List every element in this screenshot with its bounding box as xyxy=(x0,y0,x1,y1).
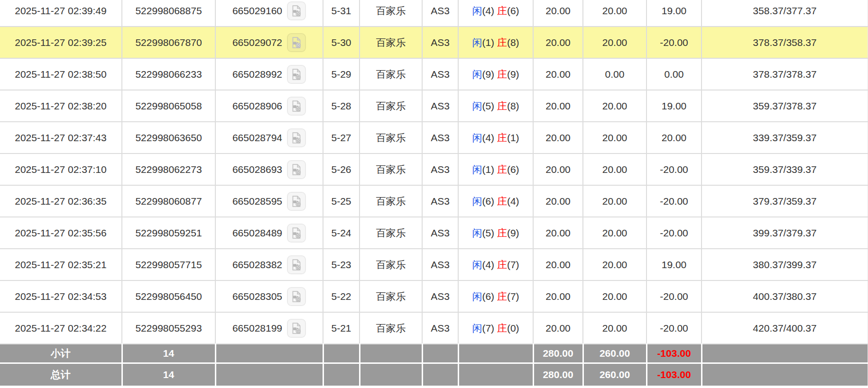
table-row[interactable]: 2025-11-27 02:36:35 522998060877 6650285… xyxy=(0,185,868,217)
win-loss-cell: 19.00 xyxy=(646,0,702,27)
summary-empty-cell xyxy=(360,344,422,363)
video-replay-button[interactable] xyxy=(287,33,306,52)
banker-label: 庄 xyxy=(497,132,507,143)
bet-amount-link[interactable]: 20.00 xyxy=(533,153,583,185)
round-id-cell: 665028693 xyxy=(215,153,323,185)
win-loss-cell: -20.00 xyxy=(646,27,702,58)
bet-id-cell: 522998065058 xyxy=(122,90,215,122)
game-name-cell: 百家乐 xyxy=(360,58,422,90)
total-win-loss: -103.00 xyxy=(646,363,702,386)
round-id-cell: 665028489 xyxy=(215,217,323,249)
shoe-round-cell: 5-31 xyxy=(323,0,360,27)
banker-score: (0) xyxy=(507,323,519,334)
table-row[interactable]: 2025-11-27 02:38:50 522998066233 6650289… xyxy=(0,58,868,90)
bet-amount-link[interactable]: 20.00 xyxy=(533,0,583,27)
valid-amount-cell: 20.00 xyxy=(583,90,646,122)
video-replay-button[interactable] xyxy=(287,1,306,20)
game-name-cell: 百家乐 xyxy=(360,27,422,58)
game-name-cell: 百家乐 xyxy=(360,153,422,185)
bet-amount-link[interactable]: 20.00 xyxy=(533,27,583,58)
summary-empty-cell xyxy=(215,363,323,386)
table-row[interactable]: 2025-11-27 02:38:20 522998065058 6650289… xyxy=(0,90,868,122)
player-score: (1) xyxy=(482,37,494,48)
total-row: 总计 14 280.00 260.00 -103.00 xyxy=(0,363,868,386)
video-replay-button[interactable] xyxy=(287,224,306,243)
shoe-round-cell: 5-25 xyxy=(323,185,360,217)
summary-empty-cell xyxy=(702,344,868,363)
table-row[interactable]: 2025-11-27 02:35:21 522998057715 6650283… xyxy=(0,249,868,280)
bet-records-panel: 2025-11-27 02:39:49 522998068875 6650291… xyxy=(0,0,868,388)
table-row[interactable]: 2025-11-27 02:39:25 522998067870 6650290… xyxy=(0,27,868,58)
result-cell: 闲(6) 庄(7) xyxy=(458,280,533,312)
bet-amount-link[interactable]: 20.00 xyxy=(533,217,583,249)
game-name-cell: 百家乐 xyxy=(360,185,422,217)
banker-label: 庄 xyxy=(497,100,507,111)
video-replay-button[interactable] xyxy=(287,319,306,338)
round-id: 665028992 xyxy=(232,69,282,80)
video-replay-icon xyxy=(290,68,303,81)
banker-label: 庄 xyxy=(497,291,507,302)
round-id: 665029160 xyxy=(232,5,282,17)
player-score: (6) xyxy=(482,196,494,207)
table-row[interactable]: 2025-11-27 02:37:43 522998063650 6650287… xyxy=(0,122,868,153)
round-id-cell: 665028305 xyxy=(215,280,323,312)
bet-amount-link[interactable]: 20.00 xyxy=(533,90,583,122)
bet-amount-link[interactable]: 20.00 xyxy=(533,58,583,90)
round-id-cell: 665028382 xyxy=(215,249,323,280)
table-row[interactable]: 2025-11-27 02:34:22 522998055293 6650281… xyxy=(0,312,868,344)
result-cell: 闲(5) 庄(8) xyxy=(458,90,533,122)
table-row[interactable]: 2025-11-27 02:35:56 522998059251 6650284… xyxy=(0,217,868,249)
valid-amount-cell: 20.00 xyxy=(583,249,646,280)
round-id: 665028794 xyxy=(232,132,282,144)
game-name-cell: 百家乐 xyxy=(360,280,422,312)
player-score: (4) xyxy=(482,5,494,16)
result-cell: 闲(4) 庄(7) xyxy=(458,249,533,280)
bet-id-cell: 522998056450 xyxy=(122,280,215,312)
bet-amount-link[interactable]: 20.00 xyxy=(533,312,583,344)
player-score: (5) xyxy=(482,227,494,238)
video-replay-button[interactable] xyxy=(287,160,306,179)
result-cell: 闲(5) 庄(9) xyxy=(458,217,533,249)
bet-amount-link[interactable]: 20.00 xyxy=(533,185,583,217)
bet-amount-link[interactable]: 20.00 xyxy=(533,249,583,280)
player-label: 闲 xyxy=(472,37,482,48)
game-name-cell: 百家乐 xyxy=(360,312,422,344)
bet-id-cell: 522998059251 xyxy=(122,217,215,249)
shoe-round-cell: 5-23 xyxy=(323,249,360,280)
win-loss-cell: 20.00 xyxy=(646,122,702,153)
bet-id-cell: 522998066233 xyxy=(122,58,215,90)
round-id: 665028199 xyxy=(232,323,282,334)
video-replay-button[interactable] xyxy=(287,287,306,306)
table-row[interactable]: 2025-11-27 02:34:53 522998056450 6650283… xyxy=(0,280,868,312)
video-replay-button[interactable] xyxy=(287,255,306,274)
player-label: 闲 xyxy=(472,323,482,334)
table-code-cell: AS3 xyxy=(422,0,458,27)
banker-score: (1) xyxy=(507,132,519,143)
shoe-round-cell: 5-24 xyxy=(323,217,360,249)
video-replay-button[interactable] xyxy=(287,97,306,116)
banker-label: 庄 xyxy=(497,164,507,175)
bet-amount-link[interactable]: 20.00 xyxy=(533,122,583,153)
video-replay-button[interactable] xyxy=(287,192,306,211)
bet-time-cell: 2025-11-27 02:37:43 xyxy=(0,122,122,153)
video-replay-icon xyxy=(290,163,303,176)
bet-time-cell: 2025-11-27 02:38:50 xyxy=(0,58,122,90)
table-code-cell: AS3 xyxy=(422,217,458,249)
banker-label: 庄 xyxy=(497,196,507,207)
video-replay-button[interactable] xyxy=(287,65,306,84)
table-row[interactable]: 2025-11-27 02:39:49 522998068875 6650291… xyxy=(0,0,868,27)
win-loss-cell: -20.00 xyxy=(646,185,702,217)
bet-amount-link[interactable]: 20.00 xyxy=(533,280,583,312)
banker-score: (8) xyxy=(507,37,519,48)
summary-empty-cell xyxy=(458,344,533,363)
win-loss-cell: -20.00 xyxy=(646,217,702,249)
bet-time-cell: 2025-11-27 02:35:21 xyxy=(0,249,122,280)
player-label: 闲 xyxy=(472,100,482,111)
video-replay-button[interactable] xyxy=(287,128,306,147)
shoe-round-cell: 5-30 xyxy=(323,27,360,58)
banker-score: (6) xyxy=(507,164,519,175)
table-code-cell: AS3 xyxy=(422,153,458,185)
table-row[interactable]: 2025-11-27 02:37:10 522998062273 6650286… xyxy=(0,153,868,185)
bet-time-cell: 2025-11-27 02:36:35 xyxy=(0,185,122,217)
video-replay-icon xyxy=(290,322,303,334)
